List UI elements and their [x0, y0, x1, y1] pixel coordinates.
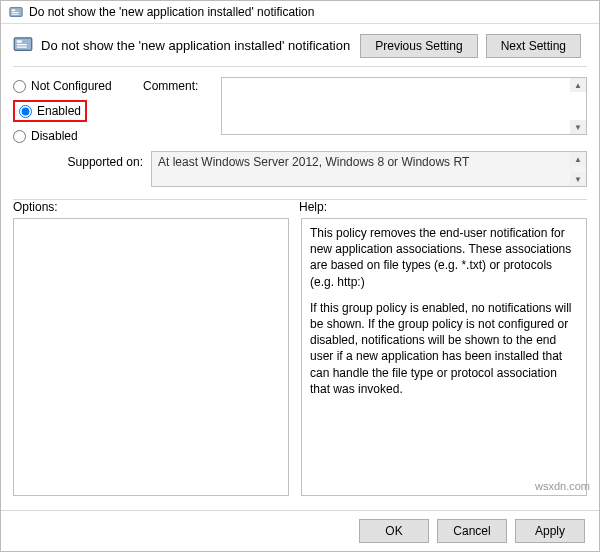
supported-on-label: Supported on:	[13, 151, 143, 187]
window-title: Do not show the 'new application install…	[29, 5, 314, 19]
previous-setting-button[interactable]: Previous Setting	[360, 34, 477, 58]
svg-rect-7	[17, 47, 27, 48]
svg-rect-5	[17, 40, 22, 43]
scroll-up-icon[interactable]: ▲	[570, 78, 586, 92]
radio-enabled-label: Enabled	[37, 104, 81, 118]
cancel-button[interactable]: Cancel	[437, 519, 507, 543]
help-paragraph-2: If this group policy is enabled, no noti…	[310, 300, 578, 397]
scroll-down-icon[interactable]: ▼	[570, 172, 586, 186]
header: Do not show the 'new application install…	[1, 24, 599, 66]
state-radios: Not Configured Enabled Disabled	[13, 77, 143, 143]
policy-icon	[9, 5, 23, 19]
radio-not-configured[interactable]: Not Configured	[13, 79, 143, 93]
ok-button[interactable]: OK	[359, 519, 429, 543]
comment-label: Comment:	[143, 77, 213, 135]
svg-rect-1	[12, 9, 16, 11]
dialog-buttons: OK Cancel Apply	[1, 510, 599, 551]
policy-icon	[13, 34, 33, 57]
apply-button[interactable]: Apply	[515, 519, 585, 543]
supported-on-value-box: At least Windows Server 2012, Windows 8 …	[151, 151, 587, 187]
scroll-down-icon[interactable]: ▼	[570, 120, 586, 134]
help-label: Help:	[299, 200, 327, 214]
help-paragraph-1: This policy removes the end-user notific…	[310, 225, 578, 290]
next-setting-button[interactable]: Next Setting	[486, 34, 581, 58]
radio-not-configured-input[interactable]	[13, 80, 26, 93]
svg-rect-3	[12, 14, 19, 15]
policy-title: Do not show the 'new application install…	[41, 38, 350, 53]
comment-textarea[interactable]: ▲ ▼	[221, 77, 587, 135]
scroll-up-icon[interactable]: ▲	[570, 152, 586, 166]
help-panel[interactable]: This policy removes the end-user notific…	[301, 218, 587, 496]
radio-not-configured-label: Not Configured	[31, 79, 112, 93]
svg-rect-2	[12, 12, 19, 13]
titlebar: Do not show the 'new application install…	[1, 1, 599, 24]
supported-on-value: At least Windows Server 2012, Windows 8 …	[158, 155, 469, 169]
radio-disabled[interactable]: Disabled	[13, 129, 143, 143]
radio-enabled-highlight: Enabled	[13, 100, 87, 122]
radio-enabled[interactable]: Enabled	[19, 104, 81, 118]
options-panel	[13, 218, 289, 496]
radio-disabled-label: Disabled	[31, 129, 78, 143]
svg-rect-6	[17, 44, 27, 45]
options-label: Options:	[13, 200, 283, 214]
radio-enabled-input[interactable]	[19, 105, 32, 118]
radio-disabled-input[interactable]	[13, 130, 26, 143]
